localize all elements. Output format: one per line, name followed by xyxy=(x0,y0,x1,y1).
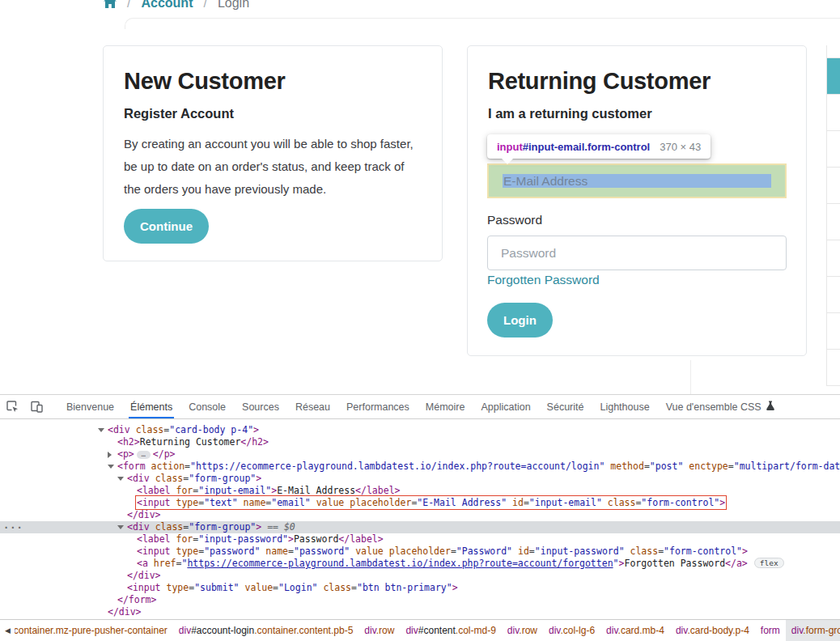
code-token-val: " xyxy=(613,558,619,569)
device-toolbar-icon[interactable] xyxy=(24,395,49,418)
devtools-tab-reseau[interactable]: Réseau xyxy=(287,395,338,418)
side-menu-active-item[interactable] xyxy=(827,57,840,94)
dom-breadcrumb-item[interactable]: div#account-login.container.content.pb-5 xyxy=(173,620,359,641)
code-token-p: = xyxy=(529,545,535,557)
side-menu-item[interactable] xyxy=(827,276,840,312)
code-token-val: "input-email" xyxy=(529,497,602,508)
node-options-dots-icon[interactable]: ... xyxy=(3,520,23,532)
dom-tree-line[interactable]: <input type="password" name="password" v… xyxy=(0,545,840,558)
dom-breadcrumb-item[interactable]: div.row xyxy=(502,620,543,641)
crumb-segment-id: #account-login xyxy=(191,625,254,636)
code-token-tag: </p> xyxy=(153,448,176,460)
expand-arrow-open-icon[interactable] xyxy=(117,525,124,529)
code-token-attr: method xyxy=(610,461,644,472)
code-token-meta: == $0 xyxy=(261,521,295,533)
dom-tree-selected-node[interactable]: ...<div class="form-group"> == $0 xyxy=(0,521,840,533)
devtools-tab-performances[interactable]: Performances xyxy=(338,395,418,418)
expand-arrow-open-icon[interactable] xyxy=(108,465,114,469)
code-token-p xyxy=(146,461,151,472)
continue-button[interactable]: Continue xyxy=(124,209,209,244)
dom-tree-line[interactable]: </div> xyxy=(0,570,840,582)
code-token-attr: value xyxy=(244,582,273,593)
devtools-tab-console[interactable]: Console xyxy=(180,395,234,418)
devtools-tab-vue-d-ensemble-css[interactable]: Vue d'ensemble CSS xyxy=(658,395,783,418)
code-token-link[interactable]: https://ecommerce-playground.lambdatest.… xyxy=(187,558,613,569)
dom-tree-line[interactable]: <div class="form-group"> xyxy=(0,473,840,485)
code-token-val: "form-control" xyxy=(641,497,719,508)
code-token-val: "password" xyxy=(204,545,260,557)
crumb-segment-cls: .form-group xyxy=(803,625,840,636)
dom-tree-line[interactable]: <label for="input-email">E-Mail Address<… xyxy=(0,485,840,497)
dom-tree-line[interactable]: <input type="text" name="email" value pl… xyxy=(0,497,840,509)
code-token-p xyxy=(130,424,136,435)
code-token-val: "Login" xyxy=(278,582,317,593)
side-menu-item[interactable] xyxy=(827,312,840,349)
dom-tree-line[interactable]: <h2>Returning Customer</h2> xyxy=(0,436,840,448)
dom-breadcrumb-item-selected[interactable]: div.form-group xyxy=(786,620,840,641)
devtools-tab-elements[interactable]: Éléments xyxy=(122,395,180,418)
code-token-attr: for xyxy=(176,533,193,545)
column-divider xyxy=(690,360,691,394)
dom-breadcrumb-item[interactable]: div.container.mz-pure-pusher-container xyxy=(15,620,173,641)
dom-tree-line[interactable]: <a href="https://ecommerce-playground.la… xyxy=(0,558,840,570)
dom-tree-line[interactable]: <p>…</p> xyxy=(0,448,840,461)
expand-arrow-open-icon[interactable] xyxy=(117,477,124,481)
forgotten-password-link[interactable]: Forgotten Password xyxy=(487,273,600,287)
code-token-p xyxy=(148,558,154,569)
dom-breadcrumb-item[interactable]: div#content.col-md-9 xyxy=(400,620,501,641)
devtools-tab-label: Réseau xyxy=(295,401,330,413)
breadcrumb-current-login: Login xyxy=(218,0,249,11)
code-token-val: "submit" xyxy=(194,582,239,593)
side-menu-item[interactable] xyxy=(827,94,840,130)
dom-breadcrumb-item[interactable]: div.row xyxy=(358,620,400,641)
inspect-element-icon[interactable] xyxy=(0,395,24,418)
crumb-segment-cls: .col-lg-6 xyxy=(560,625,595,636)
dom-breadcrumb-item[interactable]: div.card.mb-4 xyxy=(600,620,670,641)
side-menu-item[interactable] xyxy=(827,167,840,203)
code-token-tag: <form xyxy=(117,461,146,472)
dom-tree-line[interactable]: <div class="card-body p-4"> xyxy=(0,424,840,436)
login-button[interactable]: Login xyxy=(487,303,553,337)
code-token-attr: type xyxy=(176,497,198,508)
dom-tree-line[interactable]: </div> xyxy=(0,509,840,521)
devtools-tab-label: Lighthouse xyxy=(600,401,649,413)
expand-arrow-open-icon[interactable] xyxy=(98,428,104,432)
home-icon[interactable] xyxy=(104,0,117,11)
side-menu-item[interactable] xyxy=(827,130,840,167)
breadcrumb-link-account[interactable]: Account xyxy=(141,0,193,11)
crumb-segment-tag: div xyxy=(549,625,560,636)
tooltip-dimensions: 370 × 43 xyxy=(660,141,701,153)
code-token-attr: action xyxy=(151,461,185,472)
dom-breadcrumb-item[interactable]: form xyxy=(755,620,786,641)
devtools-tab-securite[interactable]: Sécurité xyxy=(539,395,592,418)
side-menu-item[interactable] xyxy=(827,240,840,276)
dom-tree-line[interactable]: <form action="https://ecommerce-playgrou… xyxy=(0,461,840,473)
dom-tree-line[interactable]: </form> xyxy=(0,594,840,606)
breadcrumb-scroll-left-icon[interactable]: ◀ xyxy=(0,620,15,641)
email-input-highlighted[interactable]: E-Mail Address xyxy=(487,163,787,198)
devtools-tab-bienvenue[interactable]: Bienvenue xyxy=(58,395,122,418)
dom-tree-line[interactable]: </div> xyxy=(0,606,840,618)
code-token-tag: > xyxy=(452,582,458,593)
password-input[interactable] xyxy=(487,236,787,270)
side-menu-item[interactable] xyxy=(827,203,840,240)
side-menu-item[interactable] xyxy=(827,349,840,385)
highlight-padding-overlay: E-Mail Address xyxy=(489,165,785,197)
devtools-tab-label: Performances xyxy=(346,401,409,413)
dom-breadcrumb-item[interactable]: div.col-lg-6 xyxy=(543,620,600,641)
dom-breadcrumb-item[interactable]: div.card-body.p-4 xyxy=(670,620,755,641)
devtools-tab-sources[interactable]: Sources xyxy=(234,395,287,418)
dom-tree-line[interactable]: <label for="input-password">Password</la… xyxy=(0,533,840,545)
expand-arrow-closed-icon[interactable] xyxy=(108,452,112,458)
code-token-attr: name xyxy=(265,545,288,557)
webpage-viewport: / Account / Login New Customer Register … xyxy=(0,0,840,394)
crumb-segment-cls: .card.mb-4 xyxy=(618,625,664,636)
code-token-val: "Password" xyxy=(456,545,512,557)
code-token-attr: id xyxy=(518,545,529,557)
devtools-tab-memoire[interactable]: Mémoire xyxy=(418,395,473,418)
code-token-attr: for xyxy=(176,485,193,496)
code-token-attr: class xyxy=(323,582,351,593)
devtools-tab-lighthouse[interactable]: Lighthouse xyxy=(592,395,657,418)
devtools-tab-application[interactable]: Application xyxy=(473,395,538,418)
dom-tree-line[interactable]: <input type="submit" value="Login" class… xyxy=(0,582,840,594)
